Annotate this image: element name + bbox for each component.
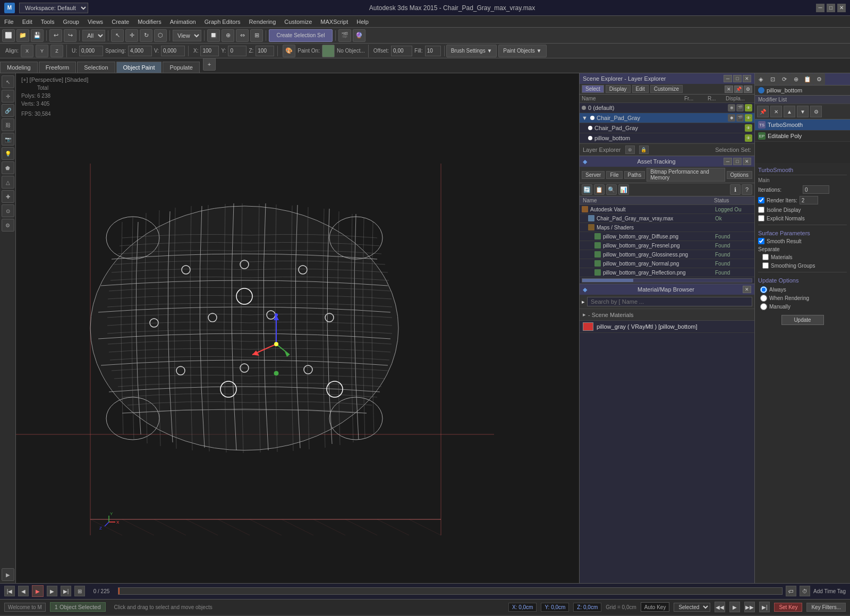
y-input[interactable]: [228, 46, 246, 56]
align-y-btn[interactable]: Y: [36, 45, 48, 57]
mod-config-btn[interactable]: ⚙: [810, 106, 822, 117]
update-btn[interactable]: Update: [781, 315, 824, 325]
paint-objects-btn[interactable]: Paint Objects ▼: [498, 45, 546, 57]
menu-modifiers[interactable]: Modifiers: [133, 18, 166, 26]
menu-file[interactable]: File: [0, 18, 18, 26]
smoothing-groups-checkbox[interactable]: [762, 262, 769, 269]
menu-rendering[interactable]: Rendering: [245, 18, 280, 26]
tb-snap2-btn[interactable]: ⊕: [222, 29, 234, 42]
tb-snap-btn[interactable]: 🔲: [207, 29, 220, 42]
filter-dropdown[interactable]: All: [82, 30, 105, 41]
minimize-btn[interactable]: ─: [816, 4, 824, 12]
menu-views[interactable]: Views: [83, 18, 107, 26]
z-input[interactable]: [256, 46, 274, 56]
tb-render-btn[interactable]: 🎬: [338, 29, 351, 42]
tb-rotate-btn[interactable]: ↻: [140, 29, 152, 42]
update-options-header[interactable]: Update Options: [758, 276, 847, 285]
tl-start-btn[interactable]: |◀: [4, 586, 15, 596]
mod-pin-btn[interactable]: 📌: [757, 106, 769, 117]
sidebar-move-btn[interactable]: ✛: [2, 90, 14, 102]
always-radio[interactable]: [760, 286, 767, 293]
paint-swatch[interactable]: [322, 45, 335, 57]
menu-group[interactable]: Group: [58, 18, 83, 26]
view-dropdown[interactable]: View: [173, 30, 201, 41]
asset-tb1[interactable]: 🔄: [582, 184, 592, 195]
sidebar-toggle-btn[interactable]: ▶: [2, 568, 14, 581]
mod-panel-btn3[interactable]: ⟳: [778, 73, 790, 85]
surface-params-header[interactable]: Surface Parameters: [758, 228, 847, 238]
x-input[interactable]: [200, 46, 219, 56]
spacing-input[interactable]: [128, 46, 152, 56]
asset-bitmap-btn[interactable]: Bitmap Performance and Memory: [647, 168, 725, 182]
mat-close-btn[interactable]: ✕: [743, 286, 751, 293]
tb-new-btn[interactable]: ⬜: [2, 29, 15, 42]
mod-remove-btn[interactable]: ✕: [770, 106, 782, 117]
tb-undo-btn[interactable]: ↩: [49, 29, 62, 42]
mod-panel-btn1[interactable]: ◈: [755, 73, 767, 85]
mod-panel-btn4[interactable]: ⊕: [790, 73, 802, 85]
status-prev-btn[interactable]: ◀◀: [715, 602, 725, 612]
tab-freeform[interactable]: Freeform: [39, 62, 76, 73]
tb-move-btn[interactable]: ✛: [125, 29, 138, 42]
layer-explorer-minimize-btn[interactable]: ─: [724, 75, 732, 82]
timeline-track[interactable]: [118, 587, 783, 595]
layer-footer-btn1[interactable]: ⊕: [625, 146, 635, 154]
mod-move-down-btn[interactable]: ▼: [797, 106, 809, 117]
status-play-btn[interactable]: ▶: [729, 602, 740, 612]
sidebar-geo-btn[interactable]: ⬟: [2, 161, 14, 174]
layer-tool-settings-btn[interactable]: ⚙: [744, 85, 752, 93]
tb-select-btn[interactable]: ↖: [111, 29, 124, 42]
layer-customize-btn[interactable]: Customize: [650, 85, 683, 93]
tb-scale-btn[interactable]: ⬡: [154, 29, 167, 42]
iterations-input[interactable]: [803, 185, 829, 194]
tb-material-btn[interactable]: 🔮: [353, 29, 366, 42]
menu-graph-editors[interactable]: Graph Editors: [200, 18, 245, 26]
asset-server-btn[interactable]: Server: [582, 171, 605, 179]
sidebar-unlink-btn[interactable]: ⛓: [2, 118, 14, 131]
mod-item-turbosmooth[interactable]: TS TurboSmooth: [755, 119, 850, 131]
selected-dropdown[interactable]: Selected: [674, 603, 710, 612]
menu-tools[interactable]: Tools: [37, 18, 59, 26]
smooth-checkbox[interactable]: [758, 238, 764, 244]
status-next-btn[interactable]: ▶▶: [744, 602, 755, 612]
explicit-checkbox[interactable]: [758, 215, 764, 221]
fill-input[interactable]: [425, 46, 441, 56]
v-input[interactable]: [161, 46, 185, 56]
tl-keymode-btn[interactable]: ⊞: [74, 586, 85, 596]
asset-help-btn[interactable]: ?: [742, 184, 752, 195]
asset-maximize-btn[interactable]: □: [733, 158, 742, 165]
maximize-btn[interactable]: □: [827, 4, 835, 12]
key-filters-btn[interactable]: Key Filters...: [806, 603, 846, 612]
asset-row-glossiness[interactable]: pillow_bottom_gray_Glossiness.png Found: [580, 250, 754, 259]
sidebar-select-btn[interactable]: ↖: [2, 75, 14, 88]
render-iters-input[interactable]: [800, 196, 818, 204]
asset-info-btn[interactable]: ℹ: [730, 184, 741, 195]
layer-tool-close-btn[interactable]: ✕: [725, 85, 733, 93]
tab-add-btn[interactable]: +: [203, 58, 216, 71]
add-time-label[interactable]: Add Time Tag: [813, 588, 846, 594]
asset-tb3[interactable]: 🔍: [606, 184, 617, 195]
menu-help[interactable]: Help: [352, 18, 373, 26]
tb-open-btn[interactable]: 📁: [16, 29, 29, 42]
tab-object-paint[interactable]: Object Paint: [116, 62, 162, 73]
layer-tool-pin-btn[interactable]: 📌: [734, 85, 743, 93]
tb-align-btn[interactable]: ⊞: [250, 29, 263, 42]
isoline-checkbox[interactable]: [758, 207, 764, 213]
asset-row-maps[interactable]: Maps / Shaders: [580, 223, 754, 232]
tab-modeling[interactable]: Modeling: [0, 62, 38, 73]
tb-mirror-btn[interactable]: ⇔: [236, 29, 249, 42]
tl-play-btn[interactable]: ▶: [32, 585, 44, 597]
asset-options-btn[interactable]: Options: [727, 171, 752, 179]
tl-end-btn[interactable]: ▶|: [61, 586, 71, 596]
menu-edit[interactable]: Edit: [18, 18, 37, 26]
layer-row-default[interactable]: 0 (default) ❄ 🎬 👁: [580, 103, 754, 113]
brush-settings-btn[interactable]: Brush Settings ▼: [446, 45, 497, 57]
offset-input[interactable]: [391, 46, 412, 56]
sidebar-light-btn[interactable]: 💡: [2, 147, 14, 160]
materials-checkbox[interactable]: [762, 254, 769, 260]
mat-collapse-btn[interactable]: ▸: [582, 298, 585, 305]
asset-row-vault[interactable]: Autodesk Vault Logged Ou: [580, 205, 754, 214]
asset-row-normal[interactable]: pillow_bottom_gray_Normal.png Found: [580, 259, 754, 268]
tl-prev-btn[interactable]: ◀: [18, 586, 29, 596]
tab-selection[interactable]: Selection: [77, 62, 115, 73]
